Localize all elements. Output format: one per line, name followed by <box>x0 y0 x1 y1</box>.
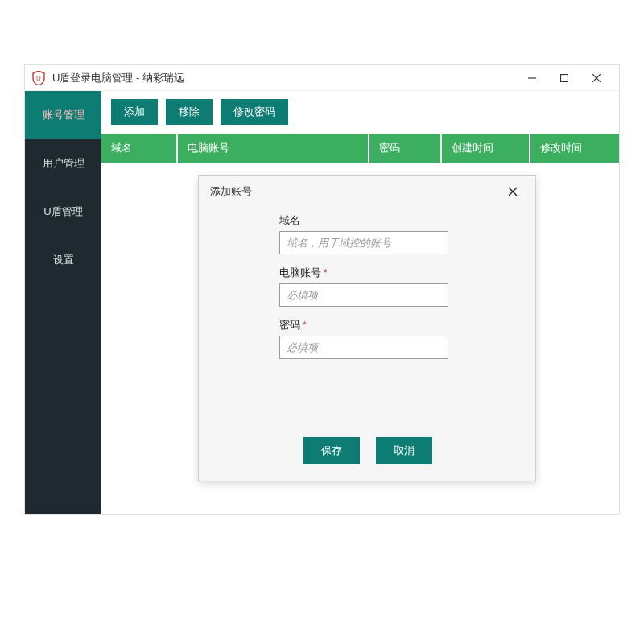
column-modified[interactable]: 修改时间 <box>530 134 619 163</box>
required-marker: * <box>303 320 307 331</box>
sidebar-item-accounts[interactable]: 账号管理 <box>25 91 101 139</box>
titlebar: U U盾登录电脑管理 - 纳彩瑞远 <box>25 65 619 91</box>
domain-label: 域名 <box>279 213 513 228</box>
table-header: 域名 电脑账号 密码 创建时间 修改时间 <box>101 133 619 163</box>
domain-input[interactable] <box>279 231 448 254</box>
dialog-title: 添加账号 <box>210 184 252 199</box>
dialog-header: 添加账号 <box>199 176 535 207</box>
svg-rect-2 <box>561 74 568 81</box>
sidebar-item-label: 用户管理 <box>43 156 85 171</box>
sidebar-item-label: 设置 <box>53 253 74 267</box>
close-button[interactable] <box>580 66 613 90</box>
dialog-actions: 保存 取消 <box>199 432 535 481</box>
app-window: U U盾登录电脑管理 - 纳彩瑞远 账号管理 用户管理 U盾管理 设 <box>24 64 620 515</box>
cancel-button[interactable]: 取消 <box>376 437 432 464</box>
field-account: 电脑账号* <box>279 266 513 307</box>
sidebar-item-label: 账号管理 <box>43 108 85 122</box>
svg-text:U: U <box>36 75 41 82</box>
toolbar: 添加 移除 修改密码 <box>101 91 619 133</box>
column-domain[interactable]: 域名 <box>101 134 178 163</box>
minimize-button[interactable] <box>516 66 548 90</box>
sidebar-item-ushield[interactable]: U盾管理 <box>25 188 101 236</box>
sidebar-item-label: U盾管理 <box>43 204 82 219</box>
main-panel: 添加 移除 修改密码 域名 电脑账号 密码 创建时间 修改时间 添加账号 <box>101 91 619 514</box>
save-button[interactable]: 保存 <box>303 437 360 464</box>
account-input[interactable] <box>279 283 448 307</box>
column-password[interactable]: 密码 <box>369 134 442 163</box>
dialog-body: 域名 电脑账号* 密码* <box>199 207 535 432</box>
column-created[interactable]: 创建时间 <box>442 134 530 163</box>
sidebar-item-settings[interactable]: 设置 <box>25 236 101 284</box>
required-marker: * <box>324 267 328 279</box>
sidebar: 账号管理 用户管理 U盾管理 设置 <box>25 91 101 514</box>
remove-button[interactable]: 移除 <box>166 99 213 125</box>
password-label: 密码* <box>279 318 513 332</box>
window-title: U盾登录电脑管理 - 纳彩瑞远 <box>52 71 184 85</box>
field-password: 密码* <box>279 318 513 359</box>
add-account-dialog: 添加账号 域名 电脑账号* <box>198 175 536 481</box>
field-domain: 域名 <box>279 213 513 254</box>
column-account[interactable]: 电脑账号 <box>178 134 369 163</box>
password-input[interactable] <box>279 336 448 359</box>
dialog-close-icon[interactable] <box>508 187 524 196</box>
account-label: 电脑账号* <box>279 266 513 280</box>
content-area: 账号管理 用户管理 U盾管理 设置 添加 移除 修改密码 域名 电脑账号 密码 <box>25 91 619 514</box>
maximize-button[interactable] <box>548 66 580 90</box>
app-logo-icon: U <box>31 71 46 85</box>
change-password-button[interactable]: 修改密码 <box>221 99 288 125</box>
add-button[interactable]: 添加 <box>111 99 158 125</box>
sidebar-item-users[interactable]: 用户管理 <box>25 139 101 188</box>
